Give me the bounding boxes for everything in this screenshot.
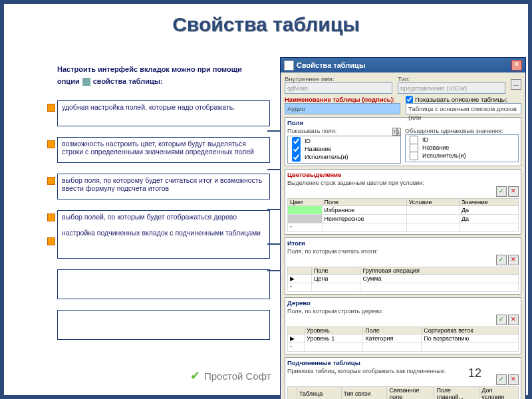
remove-button[interactable]: ✕ [508,374,519,385]
move-up-icon[interactable]: ↑ [392,128,397,136]
dialog-titlebar[interactable]: Свойства таблицы × [281,58,525,72]
fields-section: Поля Показывать поля: ↑↓ ID Название Исп… [285,117,521,166]
color-section: Цветовыделение Выделение строк заданным … [285,169,521,235]
show-fields-list[interactable]: ID Название Исполнитель(и) [287,136,401,164]
option-icon [82,78,90,86]
remove-button[interactable]: ✕ [508,186,519,197]
merge-fields-list[interactable]: ID Название Исполнитель(и) [405,134,519,162]
tree-table[interactable]: УровеньПолеСортировка веток ▶Уровень 1Ка… [287,327,519,352]
subtables-section: Подчиненные таблицы Привязка таблиц, кот… [285,357,521,399]
desc-field[interactable]: Таблица с основным списком дисков (или [406,103,521,114]
sub-table[interactable]: ТаблицаТип связиСвязанное полеПоле главн… [287,386,519,399]
inner-name-field: qdMain [285,82,392,94]
close-icon[interactable]: × [511,60,522,70]
tree-section: Дерево Поля, по которым строить дерево: … [285,297,521,354]
intro-text: Настроить интерфейс вкладок можно при по… [57,64,257,87]
app-icon [284,61,294,70]
add-button[interactable]: ✓ [496,315,507,325]
color-table[interactable]: ЦветПолеУсловиеЗначение ИзбранноеДа Неин… [287,198,519,232]
page-number: 12 [468,366,481,380]
totals-table[interactable]: ПолеГрупповая операция ▶ЦенаСумма * [287,267,519,292]
add-button[interactable]: ✓ [496,255,507,265]
callout-6 [57,310,270,340]
add-button[interactable]: ✓ [496,186,507,197]
caption-field[interactable]: Аудио [285,103,400,114]
show-desc-checkbox[interactable]: Показывать описание таблицы: [406,96,521,103]
logo: ✔Простой Софт [190,368,271,383]
move-down-icon[interactable]: ↓ [397,128,402,136]
properties-dialog: Свойства таблицы × Внутреннее имя: qdMai… [280,57,526,399]
type-button[interactable]: … [511,79,521,90]
callout-5 [57,269,270,299]
type-field: представление (VIEW) [398,82,505,94]
callout-list: удобная настройка полей, которые надо от… [57,100,270,350]
add-button[interactable]: ✓ [496,374,507,385]
remove-button[interactable]: ✕ [508,315,519,325]
callout-3: выбор поля, по которому будет считаться … [57,174,270,200]
totals-section: Итоги Поля, по которым считать итоги: ✓✕… [285,237,521,295]
remove-button[interactable]: ✕ [508,255,519,265]
callout-4: выбор полей, по которым будет отображать… [57,210,270,259]
callout-2: возможность настроить цвет, которым буду… [57,137,270,163]
check-icon: ✔ [190,368,200,383]
callout-1: удобная настройка полей, которые надо от… [57,100,270,126]
dialog-title: Свойства таблицы [297,61,365,69]
slide-title: Свойства таблицы [4,13,528,36]
